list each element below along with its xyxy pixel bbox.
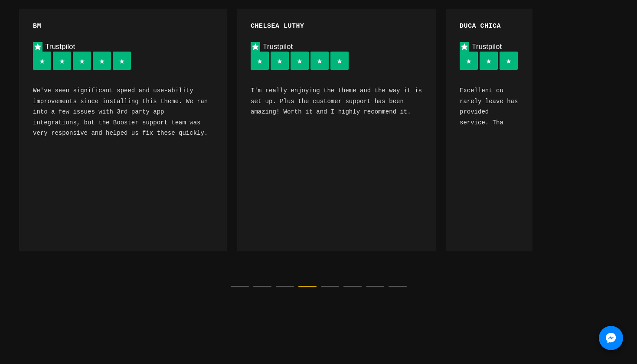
review-card-1: BM Trustpilot ★ ★ ★ ★ ★ We've seen signi…	[19, 9, 227, 251]
pagination-dot-1[interactable]	[231, 286, 249, 287]
star-2-3: ★	[291, 52, 309, 70]
stars-row-3: ★ ★ ★	[460, 52, 519, 70]
pagination-dot-4[interactable]	[298, 286, 317, 287]
review-text-2: I'm really enjoying the theme and the wa…	[251, 85, 422, 117]
review-text-3: Excellent cu rarely leave has provided s…	[460, 85, 519, 128]
trustpilot-logo-1: Trustpilot	[33, 42, 213, 52]
star-2-1: ★	[251, 52, 269, 70]
review-card-3: DUCA CHICA Trustpilot ★ ★ ★ Excellent cu…	[446, 9, 532, 251]
star-1-4: ★	[93, 52, 111, 70]
stars-row-2: ★ ★ ★ ★ ★	[251, 52, 422, 70]
pagination-dots	[0, 277, 637, 296]
reviewer-name-2: CHELSEA LUTHY	[251, 23, 422, 30]
pagination-dot-3[interactable]	[276, 286, 294, 287]
star-1-3: ★	[73, 52, 91, 70]
reviews-section: BM Trustpilot ★ ★ ★ ★ ★ We've seen signi…	[0, 0, 637, 296]
stars-row-1: ★ ★ ★ ★ ★	[33, 52, 213, 70]
messenger-icon	[605, 332, 617, 344]
star-3-1: ★	[460, 52, 478, 70]
reviewer-name-1: BM	[33, 23, 213, 30]
pagination-dot-2[interactable]	[253, 286, 271, 287]
trustpilot-label-1: Trustpilot	[45, 42, 75, 51]
trustpilot-star-icon-2	[251, 42, 260, 52]
reviews-container: BM Trustpilot ★ ★ ★ ★ ★ We've seen signi…	[0, 0, 637, 260]
review-text-1: We've seen significant speed and use-abi…	[33, 85, 213, 139]
star-2-5: ★	[330, 52, 349, 70]
star-1-2: ★	[53, 52, 71, 70]
trustpilot-logo-2: Trustpilot	[251, 42, 422, 52]
star-1-1: ★	[33, 52, 51, 70]
pagination-dot-7[interactable]	[366, 286, 384, 287]
review-card-2: CHELSEA LUTHY Trustpilot ★ ★ ★ ★ ★ I'm r…	[237, 9, 436, 251]
trustpilot-label-3: Trustpilot	[472, 42, 502, 51]
trustpilot-logo-3: Trustpilot	[460, 42, 519, 52]
trustpilot-star-icon-1	[33, 42, 42, 52]
trustpilot-label-2: Trustpilot	[263, 42, 293, 51]
star-3-3: ★	[500, 52, 518, 70]
pagination-dot-5[interactable]	[321, 286, 339, 287]
messenger-button[interactable]	[599, 326, 623, 350]
pagination-dot-8[interactable]	[389, 286, 407, 287]
reviewer-name-3: DUCA CHICA	[460, 23, 519, 30]
star-1-5: ★	[113, 52, 131, 70]
trustpilot-star-icon-3	[460, 42, 469, 52]
pagination-dot-6[interactable]	[343, 286, 362, 287]
star-3-2: ★	[480, 52, 498, 70]
star-2-4: ★	[310, 52, 329, 70]
star-2-2: ★	[271, 52, 289, 70]
